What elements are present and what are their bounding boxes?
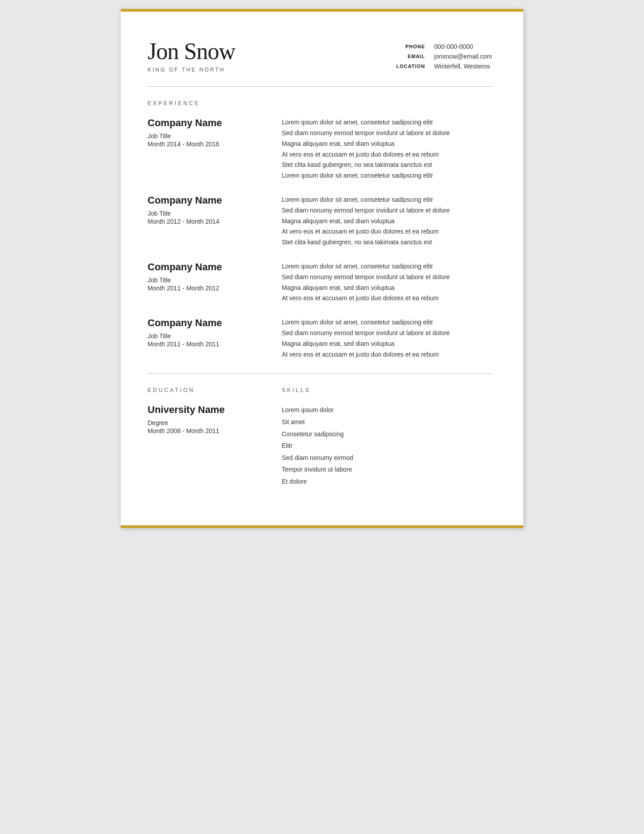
job-description-3: Lorem ipsum dolor sit amet, consetetur s… <box>282 261 492 304</box>
bottom-section: EDUCATION University Name Degree Month 2… <box>148 387 492 487</box>
job-dates-3: Month 2011 - Month 2012 <box>148 285 268 292</box>
job-description-4: Lorem ipsum dolor sit amet, consetetur s… <box>282 317 492 360</box>
skills-list: Lorem ipsum dolor Sit amet Consetetur sa… <box>282 404 492 487</box>
skill-item-4: Elitr <box>282 440 492 452</box>
header-divider <box>148 86 492 87</box>
job-dates-1: Month 2014 - Month 2016 <box>148 140 268 148</box>
header: Jon Snow KING OF THE NORTH PHONE 000-000… <box>148 38 492 73</box>
job-dates-4: Month 2011 - Month 2011 <box>148 340 268 348</box>
education-section-label: EDUCATION <box>148 387 268 393</box>
company-name-4: Company Name <box>148 317 268 329</box>
exp-left-3: Company Name Job Title Month 2011 - Mont… <box>148 261 282 304</box>
location-value: Winterfell, Westeros <box>434 63 492 70</box>
job-title-2: Job Title <box>148 210 268 217</box>
company-name-3: Company Name <box>148 261 268 273</box>
skill-item-6: Tempor invidunt ut labore <box>282 464 492 476</box>
contact-info: PHONE 000-000-0000 EMAIL jonsnow@email.c… <box>396 43 492 70</box>
header-left: Jon Snow KING OF THE NORTH <box>148 38 396 73</box>
university-name: University Name <box>148 404 268 416</box>
education-column: EDUCATION University Name Degree Month 2… <box>148 387 282 487</box>
job-title-3: Job Title <box>148 277 268 284</box>
experience-item-4: Company Name Job Title Month 2011 - Mont… <box>148 317 492 360</box>
job-dates-2: Month 2012 - Month 2014 <box>148 218 268 225</box>
exp-right-4: Lorem ipsum dolor sit amet, consetetur s… <box>282 317 492 360</box>
education-dates: Month 2008 - Month 2011 <box>148 427 268 434</box>
skill-item-7: Et dolore <box>282 476 492 488</box>
candidate-name: Jon Snow <box>148 38 396 64</box>
section-divider <box>148 373 492 374</box>
experience-section-label: EXPERIENCE <box>148 100 492 106</box>
skills-column: SKILLS Lorem ipsum dolor Sit amet Conset… <box>282 387 492 487</box>
exp-right-1: Lorem ipsum dolor sit amet, consetetur s… <box>282 117 492 181</box>
skill-item-3: Consetetur sadipscing <box>282 428 492 440</box>
job-title-1: Job Title <box>148 132 268 140</box>
experience-item-1: Company Name Job Title Month 2014 - Mont… <box>148 117 492 181</box>
job-description-2: Lorem ipsum dolor sit amet, consetetur s… <box>282 195 492 248</box>
experience-item-2: Company Name Job Title Month 2012 - Mont… <box>148 195 492 248</box>
degree: Degree <box>148 419 268 426</box>
experience-section: EXPERIENCE Company Name Job Title Month … <box>148 100 492 360</box>
exp-left-4: Company Name Job Title Month 2011 - Mont… <box>148 317 282 360</box>
phone-value: 000-000-0000 <box>434 43 492 50</box>
job-description-1: Lorem ipsum dolor sit amet, consetetur s… <box>282 117 492 181</box>
resume-page: Jon Snow KING OF THE NORTH PHONE 000-000… <box>121 9 523 528</box>
skill-item-1: Lorem ipsum dolor <box>282 404 492 416</box>
skills-section-label: SKILLS <box>282 387 492 393</box>
skill-item-2: Sit amet <box>282 416 492 428</box>
exp-left-2: Company Name Job Title Month 2012 - Mont… <box>148 195 282 248</box>
exp-right-2: Lorem ipsum dolor sit amet, consetetur s… <box>282 195 492 248</box>
email-value: jonsnow@email.com <box>434 53 492 60</box>
experience-item-3: Company Name Job Title Month 2011 - Mont… <box>148 261 492 304</box>
email-label: EMAIL <box>396 54 425 59</box>
candidate-subtitle: KING OF THE NORTH <box>148 67 396 73</box>
skill-item-5: Sed diam nonumy eirmod <box>282 452 492 464</box>
company-name-2: Company Name <box>148 195 268 206</box>
job-title-4: Job Title <box>148 332 268 340</box>
location-label: LOCATION <box>396 64 425 69</box>
exp-right-3: Lorem ipsum dolor sit amet, consetetur s… <box>282 261 492 304</box>
company-name-1: Company Name <box>148 117 268 129</box>
exp-left-1: Company Name Job Title Month 2014 - Mont… <box>148 117 282 181</box>
phone-label: PHONE <box>396 44 425 49</box>
